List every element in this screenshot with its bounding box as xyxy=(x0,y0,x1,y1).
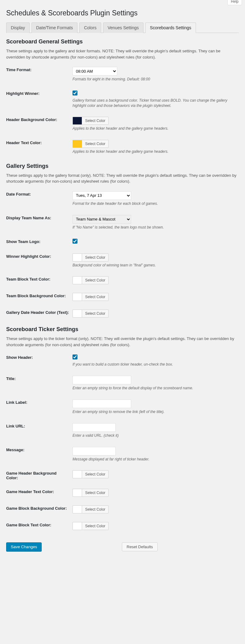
time-format-select[interactable]: 08:00 AM xyxy=(73,67,117,75)
game-header-text-swatch xyxy=(73,489,82,497)
header-bg-select-button[interactable]: Select Color xyxy=(82,117,109,125)
header-text-label: Header Text Color: xyxy=(6,140,73,154)
date-format-select[interactable]: Tues, 7 Apr 13 xyxy=(73,191,131,200)
header-bg-label: Header Background Color: xyxy=(6,117,73,131)
ticker-title-input[interactable] xyxy=(73,376,131,384)
game-block-bg-select-button[interactable]: Select Color xyxy=(82,505,109,513)
message-input[interactable] xyxy=(73,447,116,456)
team-name-as-hint: If "No Name" is selected, the team logo … xyxy=(73,225,239,230)
time-format-hint: Formats for eight in the morning. Defaul… xyxy=(73,77,239,82)
link-url-label: Link URL: xyxy=(6,423,73,438)
page-title: Schedules & Scoreboards Plugin Settings xyxy=(6,5,239,22)
ticker-title-label: Title: xyxy=(6,376,73,391)
section-general-heading: Scoreboard General Settings xyxy=(6,38,239,45)
ticker-title-hint: Enter an empty string to force the defau… xyxy=(73,386,239,391)
link-label-input[interactable] xyxy=(73,399,131,408)
section-gallery-desc: These settings apply to the gallery form… xyxy=(6,172,239,184)
section-gallery-heading: Gallery Settings xyxy=(6,163,239,169)
reset-defaults-button[interactable]: Reset Defaults xyxy=(122,542,157,551)
gallery-date-header-label: Gallery Date Header Color (Text): xyxy=(6,310,73,318)
highlight-winner-hint: Gallery format uses a background color. … xyxy=(73,98,239,108)
team-block-text-swatch xyxy=(73,276,82,284)
game-header-text-select-button[interactable]: Select Color xyxy=(82,489,109,497)
tab-scoreboards-settings[interactable]: Scoreboards Settings xyxy=(145,22,196,33)
game-header-text-label: Game Header Text Color: xyxy=(6,489,73,497)
show-logo-checkbox[interactable] xyxy=(73,239,77,244)
tab-datetime-formats[interactable]: Date/Time Formats xyxy=(31,22,77,33)
link-label-hint: Enter an empty string to remove the link… xyxy=(73,409,239,415)
game-header-bg-swatch xyxy=(73,470,82,478)
tab-colors[interactable]: Colors xyxy=(79,22,101,33)
header-text-select-button[interactable]: Select Color xyxy=(82,140,109,148)
gallery-date-header-select-button[interactable]: Select Color xyxy=(82,310,109,318)
link-url-hint: Enter a valid URL. (check it) xyxy=(73,433,239,438)
show-header-hint: If you want to build a custom ticker hea… xyxy=(73,362,239,367)
header-bg-swatch xyxy=(73,117,82,125)
show-logo-label: Show Team Logo: xyxy=(6,239,73,245)
message-hint: Message displayed at far right of ticker… xyxy=(73,457,239,462)
section-ticker-desc: These settings apply to the ticker forma… xyxy=(6,336,239,348)
team-name-as-select[interactable]: Team Name & Mascot xyxy=(73,215,131,224)
message-label: Message: xyxy=(6,447,73,462)
team-block-bg-swatch xyxy=(73,293,82,301)
tab-display[interactable]: Display xyxy=(6,22,30,33)
team-block-bg-label: Team Block Background Color: xyxy=(6,293,73,301)
game-block-text-swatch xyxy=(73,522,82,530)
team-block-text-label: Team Block Text Color: xyxy=(6,276,73,284)
show-header-label: Show Header: xyxy=(6,354,73,367)
game-block-bg-swatch xyxy=(73,505,82,513)
section-general-desc: These settings apply to the gallery and … xyxy=(6,48,239,60)
header-text-hint: Applies to the ticker header and the gal… xyxy=(73,149,239,154)
link-url-input[interactable] xyxy=(73,423,116,432)
settings-tabs: Display Date/Time Formats Colors Venues … xyxy=(6,22,239,33)
team-block-text-select-button[interactable]: Select Color xyxy=(82,276,109,284)
game-block-text-label: Game Block Text Color: xyxy=(6,522,73,530)
winner-highlight-label: Winner Highlight Color: xyxy=(6,253,73,268)
time-format-label: Time Format: xyxy=(6,67,73,82)
game-block-bg-label: Game Block Background Color: xyxy=(6,505,73,513)
header-text-swatch xyxy=(73,140,82,148)
save-changes-button[interactable]: Save Changes xyxy=(6,542,42,551)
date-format-hint: Format for the date header for each bloc… xyxy=(73,201,239,206)
team-block-bg-select-button[interactable]: Select Color xyxy=(82,293,109,301)
game-header-bg-label: Game Header Background Color: xyxy=(6,470,73,480)
tab-venues-settings[interactable]: Venues Settings xyxy=(103,22,143,33)
date-format-label: Date Format: xyxy=(6,191,73,206)
show-header-checkbox[interactable] xyxy=(73,354,77,359)
winner-highlight-select-button[interactable]: Select Color xyxy=(82,253,109,261)
gallery-date-header-swatch xyxy=(73,310,82,318)
game-block-text-select-button[interactable]: Select Color xyxy=(82,522,109,530)
winner-highlight-swatch xyxy=(73,253,82,261)
section-ticker-heading: Scoreboard Ticker Settings xyxy=(6,326,239,333)
team-name-as-label: Display Team Name As: xyxy=(6,215,73,230)
header-bg-hint: Applies to the ticker header and the gal… xyxy=(73,126,239,131)
game-header-bg-select-button[interactable]: Select Color xyxy=(82,470,109,478)
highlight-winner-label: Highlight Winner: xyxy=(6,91,73,108)
highlight-winner-checkbox[interactable] xyxy=(73,91,77,95)
link-label-label: Link Label: xyxy=(6,399,73,415)
winner-highlight-hint: Background color of winning team in "fin… xyxy=(73,263,239,268)
help-button[interactable]: Help xyxy=(227,0,242,5)
